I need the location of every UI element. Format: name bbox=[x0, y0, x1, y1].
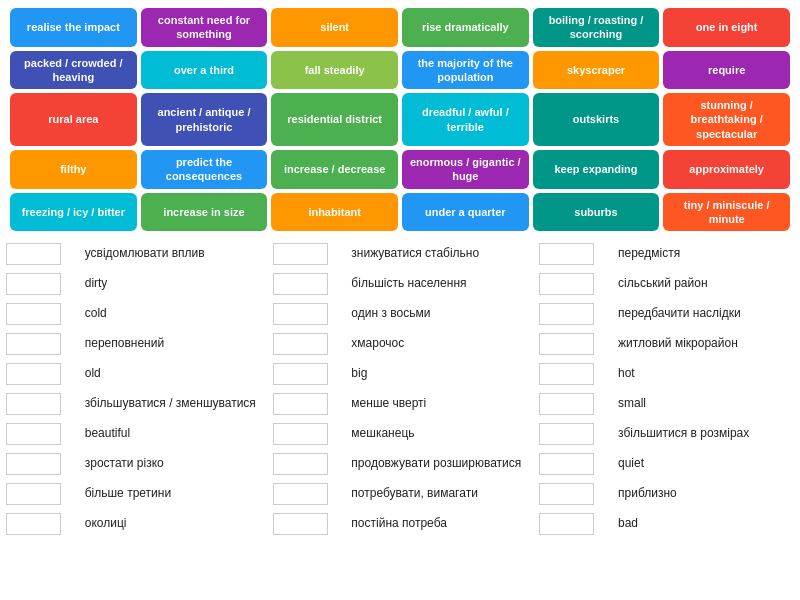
label-col2-row4: big bbox=[345, 359, 533, 389]
label-col1-row3: переповнений bbox=[79, 329, 267, 359]
label-col3-row0: передмістя bbox=[612, 239, 800, 269]
input-col2-row6[interactable] bbox=[273, 423, 328, 445]
input-col2-row2[interactable] bbox=[273, 303, 328, 325]
word-chip-27[interactable]: under a quarter bbox=[402, 193, 529, 232]
word-chip-12[interactable]: rural area bbox=[10, 93, 137, 146]
word-chip-9[interactable]: the majority of the population bbox=[402, 51, 529, 90]
input-col2-row1[interactable] bbox=[273, 273, 328, 295]
word-chip-17[interactable]: stunning / breathtaking / spectacular bbox=[663, 93, 790, 146]
input-col1-row0[interactable] bbox=[6, 243, 61, 265]
table-row: більше третинипотребувати, вимагатиприбл… bbox=[0, 479, 800, 509]
word-chip-22[interactable]: keep expanding bbox=[533, 150, 660, 189]
input-col3-row9[interactable] bbox=[539, 513, 594, 535]
word-chip-2[interactable]: silent bbox=[271, 8, 398, 47]
word-chip-6[interactable]: packed / crowded / heaving bbox=[10, 51, 137, 90]
input-col2-row5[interactable] bbox=[273, 393, 328, 415]
input-col2-row4[interactable] bbox=[273, 363, 328, 385]
input-col2-row9[interactable] bbox=[273, 513, 328, 535]
input-col3-row8[interactable] bbox=[539, 483, 594, 505]
word-chip-4[interactable]: boiling / roasting / scorching bbox=[533, 8, 660, 47]
label-col2-row0: знижуватися стабільно bbox=[345, 239, 533, 269]
table-row: усвідомлювати впливзнижуватися стабільно… bbox=[0, 239, 800, 269]
word-bank: realise the impactconstant need for some… bbox=[0, 0, 800, 239]
input-col3-row2[interactable] bbox=[539, 303, 594, 325]
label-col3-row2: передбачити наслідки bbox=[612, 299, 800, 329]
word-chip-21[interactable]: enormous / gigantic / huge bbox=[402, 150, 529, 189]
table-row: coldодин з восьмипередбачити наслідки bbox=[0, 299, 800, 329]
table-row: збільшуватися / зменшуватисяменше чверті… bbox=[0, 389, 800, 419]
label-col3-row4: hot bbox=[612, 359, 800, 389]
word-chip-14[interactable]: residential district bbox=[271, 93, 398, 146]
label-col3-row3: житловий мікрорайон bbox=[612, 329, 800, 359]
input-col1-row7[interactable] bbox=[6, 453, 61, 475]
word-chip-7[interactable]: over a third bbox=[141, 51, 268, 90]
word-chip-5[interactable]: one in eight bbox=[663, 8, 790, 47]
label-col1-row6: beautiful bbox=[79, 419, 267, 449]
match-table: усвідомлювати впливзнижуватися стабільно… bbox=[0, 239, 800, 539]
label-col2-row5: менше чверті bbox=[345, 389, 533, 419]
word-chip-0[interactable]: realise the impact bbox=[10, 8, 137, 47]
word-chip-26[interactable]: inhabitant bbox=[271, 193, 398, 232]
word-chip-11[interactable]: require bbox=[663, 51, 790, 90]
word-chip-28[interactable]: suburbs bbox=[533, 193, 660, 232]
label-col1-row0: усвідомлювати вплив bbox=[79, 239, 267, 269]
input-col1-row9[interactable] bbox=[6, 513, 61, 535]
label-col1-row2: cold bbox=[79, 299, 267, 329]
input-col2-row7[interactable] bbox=[273, 453, 328, 475]
word-chip-3[interactable]: rise dramatically bbox=[402, 8, 529, 47]
input-col1-row4[interactable] bbox=[6, 363, 61, 385]
label-col1-row7: зростати різко bbox=[79, 449, 267, 479]
label-col1-row9: околиці bbox=[79, 509, 267, 539]
table-row: околиціпостійна потребаbad bbox=[0, 509, 800, 539]
input-col3-row7[interactable] bbox=[539, 453, 594, 475]
label-col2-row7: продовжувати розширюватися bbox=[345, 449, 533, 479]
word-bank-grid: realise the impactconstant need for some… bbox=[10, 8, 790, 231]
table-row: зростати різкопродовжувати розширюватися… bbox=[0, 449, 800, 479]
table-row: переповненийхмарочосжитловий мікрорайон bbox=[0, 329, 800, 359]
label-col1-row8: більше третини bbox=[79, 479, 267, 509]
word-chip-15[interactable]: dreadful / awful / terrible bbox=[402, 93, 529, 146]
word-chip-1[interactable]: constant need for something bbox=[141, 8, 268, 47]
word-chip-25[interactable]: increase in size bbox=[141, 193, 268, 232]
word-chip-13[interactable]: ancient / antique / prehistoric bbox=[141, 93, 268, 146]
word-chip-10[interactable]: skyscraper bbox=[533, 51, 660, 90]
word-chip-8[interactable]: fall steadily bbox=[271, 51, 398, 90]
input-col1-row2[interactable] bbox=[6, 303, 61, 325]
label-col2-row3: хмарочос bbox=[345, 329, 533, 359]
word-chip-23[interactable]: approximately bbox=[663, 150, 790, 189]
label-col3-row8: приблизно bbox=[612, 479, 800, 509]
word-chip-20[interactable]: increase / decrease bbox=[271, 150, 398, 189]
input-col2-row3[interactable] bbox=[273, 333, 328, 355]
label-col3-row9: bad bbox=[612, 509, 800, 539]
label-col3-row1: сільський район bbox=[612, 269, 800, 299]
word-chip-18[interactable]: filthy bbox=[10, 150, 137, 189]
input-col3-row3[interactable] bbox=[539, 333, 594, 355]
label-col2-row8: потребувати, вимагати bbox=[345, 479, 533, 509]
input-col2-row0[interactable] bbox=[273, 243, 328, 265]
word-chip-29[interactable]: tiny / miniscule / minute bbox=[663, 193, 790, 232]
input-col3-row5[interactable] bbox=[539, 393, 594, 415]
input-col3-row6[interactable] bbox=[539, 423, 594, 445]
input-col1-row1[interactable] bbox=[6, 273, 61, 295]
input-col1-row3[interactable] bbox=[6, 333, 61, 355]
input-col3-row1[interactable] bbox=[539, 273, 594, 295]
input-col1-row8[interactable] bbox=[6, 483, 61, 505]
table-row: oldbighot bbox=[0, 359, 800, 389]
label-col2-row6: мешканець bbox=[345, 419, 533, 449]
input-col3-row4[interactable] bbox=[539, 363, 594, 385]
label-col2-row2: один з восьми bbox=[345, 299, 533, 329]
label-col2-row1: більшість населення bbox=[345, 269, 533, 299]
word-chip-19[interactable]: predict the consequences bbox=[141, 150, 268, 189]
label-col1-row5: збільшуватися / зменшуватися bbox=[79, 389, 267, 419]
label-col3-row7: quiet bbox=[612, 449, 800, 479]
table-row: dirtyбільшість населеннясільський район bbox=[0, 269, 800, 299]
word-chip-24[interactable]: freezing / icy / bitter bbox=[10, 193, 137, 232]
label-col2-row9: постійна потреба bbox=[345, 509, 533, 539]
label-col3-row6: збільшитися в розмірах bbox=[612, 419, 800, 449]
input-col3-row0[interactable] bbox=[539, 243, 594, 265]
table-row: beautifulмешканецьзбільшитися в розмірах bbox=[0, 419, 800, 449]
input-col2-row8[interactable] bbox=[273, 483, 328, 505]
word-chip-16[interactable]: outskirts bbox=[533, 93, 660, 146]
input-col1-row5[interactable] bbox=[6, 393, 61, 415]
input-col1-row6[interactable] bbox=[6, 423, 61, 445]
